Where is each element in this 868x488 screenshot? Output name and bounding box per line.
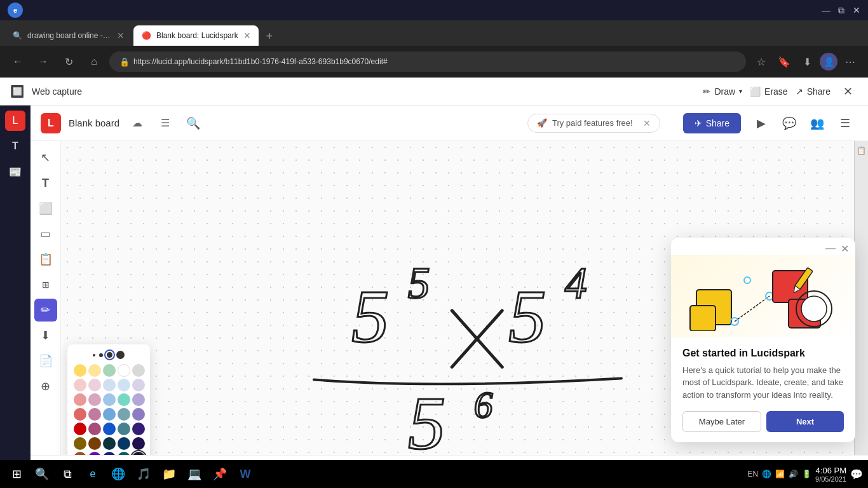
color-swatch[interactable] <box>74 408 86 421</box>
tab-lucidspark-close[interactable]: ✕ <box>243 30 251 41</box>
color-swatch[interactable] <box>132 423 145 435</box>
favorites-icon[interactable]: ☆ <box>751 51 771 72</box>
color-swatch[interactable] <box>118 393 130 406</box>
color-swatch[interactable] <box>118 423 130 435</box>
select-tool[interactable]: ↖ <box>34 146 57 169</box>
menu-icon[interactable]: ☰ <box>155 113 175 133</box>
color-swatch[interactable] <box>103 452 116 455</box>
cortana-taskbar-icon[interactable]: 🌐 <box>107 463 130 485</box>
color-swatch[interactable] <box>103 437 116 450</box>
stroke-size-xs[interactable] <box>93 354 95 356</box>
collaborators-button[interactable]: 👥 <box>804 111 830 136</box>
color-swatch[interactable] <box>88 364 101 377</box>
new-tab-button[interactable]: + <box>260 27 279 46</box>
minimize-button[interactable]: — <box>822 6 830 14</box>
app-search-button[interactable]: 🔍 <box>183 113 203 133</box>
color-swatch[interactable] <box>74 423 86 435</box>
sticky-tool[interactable]: 📋 <box>34 248 57 271</box>
color-swatch[interactable] <box>118 379 130 391</box>
share-button[interactable]: ✈ Share <box>683 113 741 133</box>
search-button[interactable]: 🔍 <box>31 463 53 485</box>
close-webcapture-button[interactable]: ✕ <box>838 85 858 98</box>
color-swatch[interactable] <box>132 364 145 377</box>
present-button[interactable]: ▶ <box>749 111 774 136</box>
notification-tray-icon[interactable]: 💬 <box>850 468 863 480</box>
close-button[interactable]: ✕ <box>853 6 860 14</box>
word-taskbar-icon[interactable]: W <box>234 463 257 485</box>
frame-tool[interactable]: ⬜ <box>34 197 57 220</box>
color-swatch[interactable] <box>74 437 86 450</box>
color-swatch[interactable] <box>88 408 101 421</box>
edge-notes-icon[interactable]: 📋 <box>857 146 866 155</box>
start-button[interactable]: ⊞ <box>5 463 28 485</box>
document-settings-button[interactable]: ☰ <box>832 111 858 136</box>
sidebar-t-button[interactable]: T <box>5 136 25 156</box>
explorer-taskbar-icon[interactable]: 📁 <box>158 463 180 485</box>
share-webcapture-button[interactable]: ↗ Share <box>796 86 831 97</box>
pen-tool[interactable]: ✏ <box>34 299 57 322</box>
color-swatch[interactable] <box>118 452 130 455</box>
color-swatch[interactable] <box>88 393 101 406</box>
spotify-taskbar-icon[interactable]: 🎵 <box>132 463 155 485</box>
color-swatch[interactable] <box>74 364 86 377</box>
stroke-size-lg[interactable] <box>116 351 125 359</box>
stroke-size-md[interactable] <box>107 352 112 358</box>
store-taskbar-icon[interactable]: 💻 <box>183 463 206 485</box>
color-swatch[interactable] <box>74 379 86 391</box>
color-swatch[interactable] <box>103 423 116 435</box>
present-mode-button[interactable]: 💬 <box>776 111 802 136</box>
back-button[interactable]: ← <box>8 51 28 72</box>
refresh-button[interactable]: ↻ <box>58 51 79 72</box>
color-swatch[interactable] <box>74 393 86 406</box>
stroke-size-sm[interactable] <box>99 353 103 357</box>
color-swatch[interactable] <box>132 379 145 391</box>
extensions-icon[interactable]: ⋯ <box>840 51 860 72</box>
text-tool[interactable]: T <box>34 172 57 194</box>
more-tool[interactable]: ⊕ <box>34 375 57 398</box>
color-swatch[interactable] <box>132 452 145 455</box>
profile-icon[interactable]: 👤 <box>820 53 837 71</box>
color-swatch[interactable] <box>88 423 101 435</box>
import-tool[interactable]: ⬇ <box>34 324 57 347</box>
tutorial-image <box>671 255 855 337</box>
next-button[interactable]: Next <box>766 411 844 432</box>
color-swatch[interactable] <box>88 452 101 455</box>
color-swatch[interactable] <box>132 408 145 421</box>
color-swatch[interactable] <box>132 437 145 450</box>
maximize-button[interactable]: ⧉ <box>837 6 845 14</box>
sidebar-news-button[interactable]: 📰 <box>5 161 25 182</box>
color-swatch[interactable] <box>103 408 116 421</box>
tab-bing[interactable]: 🔍 drawing board online - Bing ✕ <box>5 25 132 46</box>
color-swatch[interactable] <box>88 437 101 450</box>
tab-bing-close[interactable]: ✕ <box>117 30 125 41</box>
collections-icon[interactable]: 🔖 <box>774 51 794 72</box>
color-swatch[interactable] <box>103 379 116 391</box>
erase-button[interactable]: ⬜ Erase <box>750 86 788 97</box>
color-swatch[interactable] <box>118 437 130 450</box>
color-swatch[interactable] <box>118 408 130 421</box>
edge-taskbar-icon[interactable]: e <box>81 463 104 485</box>
promo-banner[interactable]: 🚀 Try paid features free! ✕ <box>527 114 660 133</box>
tutorial-close-button[interactable]: ✕ <box>841 243 849 255</box>
sidebar-home-button[interactable]: L <box>5 111 25 131</box>
tutorial-minimize-button[interactable]: — <box>825 243 836 255</box>
color-swatch[interactable] <box>118 364 130 377</box>
task-view-button[interactable]: ⧉ <box>56 463 79 485</box>
color-swatch[interactable] <box>103 364 116 377</box>
color-swatch[interactable] <box>103 393 116 406</box>
promo-close-icon[interactable]: ✕ <box>643 118 651 128</box>
maybe-later-button[interactable]: Maybe Later <box>682 411 761 432</box>
tab-lucidspark[interactable]: 🔴 Blank board: Lucidspark ✕ <box>133 25 259 46</box>
data-tool[interactable]: ⊞ <box>34 273 57 296</box>
color-swatch[interactable] <box>132 393 145 406</box>
draw-button[interactable]: ✏ Draw ▾ <box>703 86 742 97</box>
forward-button[interactable]: → <box>33 51 53 72</box>
template-tool[interactable]: 📄 <box>34 349 57 372</box>
color-swatch[interactable] <box>88 379 101 391</box>
home-button[interactable]: ⌂ <box>84 51 104 72</box>
shape-tool[interactable]: ▭ <box>34 222 57 245</box>
download-icon[interactable]: ⬇ <box>797 51 817 72</box>
cloud-sync-icon[interactable]: ☁ <box>127 113 147 133</box>
tasks-taskbar-icon[interactable]: 📌 <box>208 463 231 485</box>
color-swatch[interactable] <box>74 452 86 455</box>
